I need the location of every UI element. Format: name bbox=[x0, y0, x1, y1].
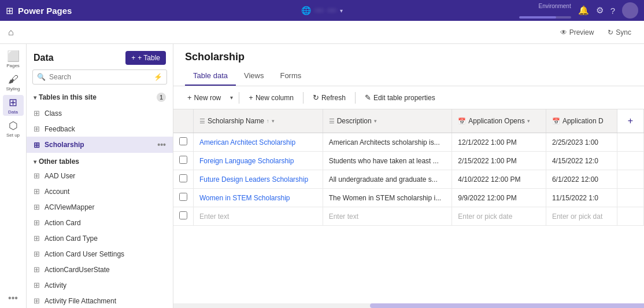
preview-button[interactable]: 👁 Preview bbox=[556, 26, 599, 39]
cell-deadline: 6/1/2022 12:00 bbox=[546, 170, 617, 189]
data-table: ☰ Scholarship Name ↑ ▾ ☰ Description ▾ bbox=[173, 109, 644, 226]
sidebar-item-activity[interactable]: ⊞ Activity bbox=[27, 277, 173, 293]
table-name-action-card-user-settings: Action Card User Settings bbox=[45, 250, 124, 258]
edit-table-icon: ✎ bbox=[365, 93, 371, 102]
sidebar-item-class[interactable]: ⊞ Class bbox=[27, 105, 173, 121]
help-icon[interactable]: ? bbox=[610, 6, 615, 16]
tab-forms[interactable]: Forms bbox=[272, 68, 309, 86]
filter-icon[interactable]: ⚡ bbox=[154, 73, 162, 81]
cell-description: Students who have taken at least ... bbox=[323, 152, 452, 170]
sidebar-item-actioncarduserstate[interactable]: ⊞ ActionCardUserState bbox=[27, 262, 173, 277]
col-icon-name: ☰ bbox=[199, 118, 205, 125]
sidebar-item-aciviewmapper[interactable]: ⊞ ACIViewMapper bbox=[27, 199, 173, 215]
pages-label: Pages bbox=[6, 63, 20, 68]
nav-item-styling[interactable]: 🖌 Styling bbox=[3, 72, 24, 93]
pages-icon: ⬜ bbox=[7, 50, 20, 63]
data-icon: ⊞ bbox=[9, 96, 17, 109]
table-area: ☰ Scholarship Name ↑ ▾ ☰ Description ▾ bbox=[173, 109, 644, 303]
placeholder-name[interactable]: Enter text bbox=[194, 207, 323, 226]
main-tabs: Table data Views Forms bbox=[185, 68, 632, 86]
other-section-chevron-icon: ▾ bbox=[34, 159, 36, 165]
new-row-dropdown[interactable]: ▾ bbox=[229, 92, 234, 103]
sidebar-item-aad-user[interactable]: ⊞ AAD User bbox=[27, 168, 173, 184]
col-label-description: Description bbox=[337, 117, 372, 125]
scroll-thumb[interactable] bbox=[370, 303, 644, 308]
nav-item-data[interactable]: ⊞ Data bbox=[3, 95, 24, 116]
user-avatar[interactable] bbox=[622, 2, 638, 19]
styling-icon: 🖌 bbox=[8, 74, 18, 86]
cell-name[interactable]: American Architect Scholarship bbox=[194, 133, 323, 152]
col-header-deadline: 📅 Application D bbox=[546, 109, 617, 133]
cell-name[interactable]: Foreign Language Scholarship bbox=[194, 152, 323, 170]
table-icon-aad-user: ⊞ bbox=[34, 171, 40, 180]
table-icon-scholarship: ⊞ bbox=[34, 141, 40, 149]
sidebar-item-action-card-user-settings[interactable]: ⊞ Action Card User Settings bbox=[27, 246, 173, 262]
env-segment-1[interactable] bbox=[314, 9, 324, 12]
placeholder-deadline[interactable]: Enter or pick dat bbox=[546, 207, 617, 226]
new-column-icon: + bbox=[249, 93, 253, 102]
sidebar-item-activity-file[interactable]: ⊞ Activity File Attachment bbox=[27, 293, 173, 308]
row-checkbox[interactable] bbox=[179, 156, 187, 164]
cell-opens: 2/15/2022 1:00 PM bbox=[452, 152, 546, 170]
waffle-menu[interactable]: ⊞ bbox=[6, 5, 13, 16]
cell-name[interactable]: Women in STEM Scholarship bbox=[194, 189, 323, 207]
tab-table-data[interactable]: Table data bbox=[185, 68, 236, 86]
sidebar-item-feedback[interactable]: ⊞ Feedback bbox=[27, 121, 173, 137]
table-name-activity: Activity bbox=[45, 281, 66, 289]
col-filter-chevron-name[interactable]: ▾ bbox=[272, 118, 275, 124]
col-icon-deadline: 📅 bbox=[552, 118, 560, 125]
sort-asc-icon[interactable]: ↑ bbox=[267, 118, 269, 124]
sidebar-item-scholarship[interactable]: ⊞ Scholarship ••• bbox=[27, 137, 173, 153]
settings-icon[interactable]: ⚙ bbox=[596, 5, 604, 16]
placeholder-opens[interactable]: Enter or pick date bbox=[452, 207, 546, 226]
more-nav-icon[interactable]: ••• bbox=[8, 293, 18, 303]
nav-item-pages[interactable]: ⬜ Pages bbox=[3, 49, 24, 69]
cell-opens: 9/9/2022 12:00 PM bbox=[452, 189, 546, 207]
nav-item-setup[interactable]: ⬡ Set up bbox=[3, 118, 24, 139]
search-input[interactable] bbox=[32, 69, 167, 85]
add-column-button[interactable]: + bbox=[623, 113, 638, 129]
notifications-icon[interactable]: 🔔 bbox=[578, 5, 589, 16]
col-filter-chevron-description[interactable]: ▾ bbox=[374, 118, 377, 124]
sidebar-item-action-card-type[interactable]: ⊞ Action Card Type bbox=[27, 230, 173, 246]
sidebar-item-account[interactable]: ⊞ Account bbox=[27, 184, 173, 199]
col-filter-chevron-opens[interactable]: ▾ bbox=[527, 118, 530, 124]
sidebar-item-action-card[interactable]: ⊞ Action Card bbox=[27, 215, 173, 230]
env-chevron-icon[interactable]: ▾ bbox=[340, 8, 343, 14]
refresh-button[interactable]: ↻ Refresh bbox=[308, 91, 350, 104]
scholarship-more-icon[interactable]: ••• bbox=[157, 140, 166, 149]
table-icon-feedback: ⊞ bbox=[34, 124, 40, 133]
new-row-button[interactable]: + New row bbox=[183, 91, 225, 104]
tables-in-site-section[interactable]: ▾ Tables in this site 1 bbox=[27, 89, 173, 105]
row-checkbox[interactable] bbox=[179, 193, 187, 201]
row-checkbox[interactable] bbox=[179, 174, 187, 182]
table-icon-class: ⊞ bbox=[34, 109, 40, 118]
env-segment-2[interactable] bbox=[327, 9, 336, 12]
other-tables-section[interactable]: ▾ Other tables bbox=[27, 153, 173, 168]
row-checkbox[interactable] bbox=[179, 137, 187, 145]
placeholder-description[interactable]: Enter text bbox=[323, 207, 452, 226]
edit-table-button[interactable]: ✎ Edit table properties bbox=[360, 91, 440, 104]
tab-views[interactable]: Views bbox=[236, 68, 272, 86]
refresh-label: Refresh bbox=[321, 94, 346, 102]
new-row-icon: + bbox=[187, 93, 192, 102]
left-nav: ⬜ Pages 🖌 Styling ⊞ Data ⬡ Set up ••• bbox=[0, 44, 27, 308]
preview-icon: 👁 bbox=[560, 28, 567, 36]
col-header-checkbox bbox=[173, 109, 194, 133]
new-row-chevron-icon: ▾ bbox=[230, 94, 233, 101]
sync-icon: ↻ bbox=[608, 28, 613, 36]
topbar-actions: Environment 🔔 ⚙ ? bbox=[519, 2, 638, 19]
table-icon-actioncarduserstate: ⊞ bbox=[34, 265, 40, 274]
home-icon[interactable]: ⌂ bbox=[8, 27, 14, 38]
secondbar-actions: 👁 Preview ↻ Sync bbox=[556, 26, 636, 39]
topbar: ⊞ Power Pages 🌐 ▾ Environment 🔔 ⚙ ? bbox=[0, 0, 644, 21]
cell-description: American Architects scholarship is... bbox=[323, 133, 452, 152]
cell-name[interactable]: Future Design Leaders Scholarship bbox=[194, 170, 323, 189]
placeholder-checkbox[interactable] bbox=[179, 211, 187, 219]
new-column-button[interactable]: + New column bbox=[244, 91, 298, 104]
sync-label: Sync bbox=[616, 28, 631, 36]
add-table-button[interactable]: + + Table bbox=[125, 51, 166, 65]
sync-button[interactable]: ↻ Sync bbox=[603, 26, 636, 39]
horizontal-scrollbar[interactable] bbox=[173, 303, 644, 308]
sidebar: Data + + Table 🔍 ⚡ ▾ Tables in this site… bbox=[27, 44, 173, 308]
